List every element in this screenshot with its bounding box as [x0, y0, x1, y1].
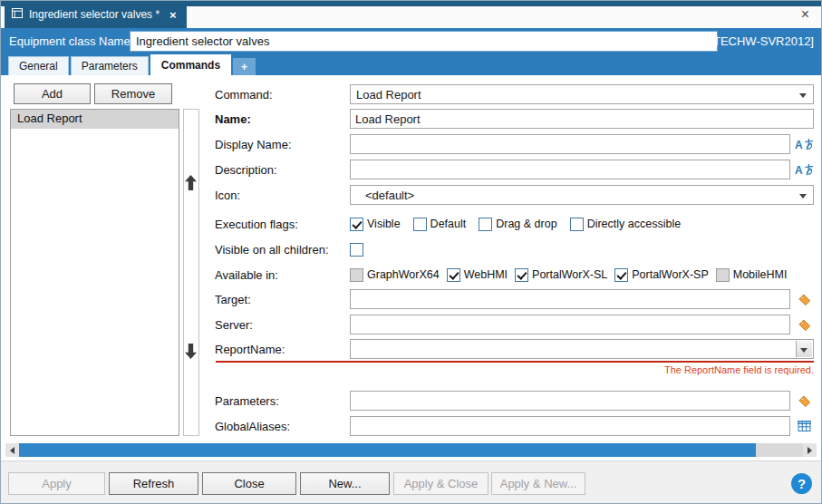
checkbox-webhmi[interactable]: WebHMI — [447, 268, 508, 282]
checkbox-portalworx-sp[interactable]: PortalWorX-SP — [614, 268, 709, 282]
server-row: Server: — [215, 315, 814, 334]
equipment-class-name-label: Equipment class Name: — [9, 34, 133, 48]
list-item[interactable]: Load Report — [11, 110, 179, 129]
target-input[interactable] — [350, 289, 790, 309]
scroll-right-icon[interactable] — [803, 443, 817, 457]
footer-bar: Apply Refresh Close New... Apply & Close… — [1, 460, 821, 504]
tab-close-icon[interactable]: × — [169, 8, 177, 22]
icon-value: <default> — [365, 189, 414, 202]
server-name-badge: [TECHW-SVR2012] — [710, 34, 814, 48]
checkbox-default[interactable]: Default — [413, 218, 467, 231]
checkbox-label: GraphWorX64 — [367, 268, 440, 281]
execution-flags-row: Execution flags: Visible Default Drag & … — [215, 214, 814, 234]
reorder-strip — [183, 109, 199, 436]
move-up-icon[interactable] — [185, 175, 197, 194]
parameters-input[interactable] — [350, 391, 790, 411]
available-in-label: Available in: — [215, 268, 350, 282]
tab-general[interactable]: General — [8, 56, 69, 75]
icon-combobox[interactable]: <default> — [350, 185, 814, 205]
report-name-combobox[interactable] — [350, 339, 814, 359]
checkbox-label: PortalWorX-SL — [532, 268, 607, 281]
move-down-icon[interactable] — [185, 344, 197, 363]
name-label: Name: — [215, 112, 350, 126]
server-input[interactable] — [350, 315, 790, 334]
report-name-row: ReportName: — [215, 339, 814, 359]
document-icon — [12, 8, 23, 21]
command-combobox[interactable]: Load Report — [350, 84, 814, 104]
report-name-dropdown-button[interactable] — [796, 341, 812, 357]
chevron-down-icon — [799, 93, 807, 98]
command-row: Command: Load Report — [215, 84, 814, 104]
available-in-row: Available in: GraphWorX64 WebHMI PortalW… — [215, 265, 814, 285]
aliases-grid-icon[interactable] — [794, 418, 814, 434]
display-name-row: Display Name: A — [215, 134, 814, 154]
chevron-down-icon — [800, 348, 807, 353]
icon-label: Icon: — [215, 189, 350, 202]
add-button[interactable]: Add — [14, 83, 91, 104]
tab-strip: General Parameters Commands + — [1, 54, 821, 75]
window-close-icon[interactable]: × — [801, 7, 809, 22]
localization-icon[interactable]: A — [794, 161, 814, 178]
parameters-label: Parameters: — [215, 394, 350, 408]
scroll-left-icon[interactable] — [5, 443, 19, 457]
checkbox-label: PortalWorX-SP — [632, 268, 709, 281]
checkbox-label: MobileHMI — [733, 268, 788, 281]
command-label: Command: — [215, 88, 350, 102]
checkbox-label: Directly accessible — [587, 218, 682, 230]
server-label: Server: — [215, 318, 350, 332]
checkbox-graphworx64[interactable]: GraphWorX64 — [350, 268, 440, 282]
close-button[interactable]: Close — [202, 472, 296, 495]
refresh-button[interactable]: Refresh — [109, 472, 198, 495]
remove-button[interactable]: Remove — [94, 83, 172, 104]
checkbox-label: Drag & drop — [496, 218, 556, 230]
apply-and-close-button[interactable]: Apply & Close — [393, 472, 488, 495]
tab-parameters[interactable]: Parameters — [71, 56, 149, 75]
data-tag-icon[interactable] — [794, 393, 814, 409]
help-button[interactable]: ? — [791, 473, 812, 494]
global-aliases-input[interactable] — [350, 416, 790, 436]
checkbox-directly-accessible[interactable]: Directly accessible — [570, 218, 682, 231]
display-name-input[interactable] — [350, 134, 790, 154]
tab-add-new[interactable]: + — [233, 58, 256, 75]
checkbox-mobilehmi[interactable]: MobileHMI — [716, 268, 788, 282]
name-input[interactable] — [350, 109, 814, 129]
data-tag-icon[interactable] — [794, 291, 814, 307]
tab-commands[interactable]: Commands — [150, 54, 231, 75]
checkbox-drag-drop[interactable]: Drag & drop — [479, 218, 556, 231]
data-tag-icon[interactable] — [794, 316, 814, 333]
document-tab-title: Ingredient selector valves * — [29, 8, 160, 21]
icon-row: Icon: <default> — [215, 185, 814, 205]
titlebar: Ingredient selector valves * × × — [1, 1, 821, 28]
checkbox-label: Default — [430, 218, 467, 230]
checkbox-visible[interactable]: Visible — [350, 218, 401, 231]
checkbox-box — [716, 268, 730, 282]
checkbox-label: Visible — [367, 218, 401, 230]
checkbox-box — [350, 218, 363, 231]
checkbox-visible-on-all-children[interactable] — [350, 243, 363, 257]
svg-text:A: A — [795, 164, 803, 177]
checkbox-portalworx-sl[interactable]: PortalWorX-SL — [515, 268, 607, 282]
validation-underline — [216, 361, 814, 363]
horizontal-scrollbar[interactable] — [5, 443, 817, 457]
svg-text:A: A — [795, 139, 803, 151]
scrollbar-track[interactable] — [19, 443, 803, 457]
description-row: Description: A — [215, 160, 814, 179]
checkbox-box — [479, 218, 492, 231]
scrollbar-thumb[interactable] — [19, 443, 756, 457]
checkbox-box — [413, 218, 427, 231]
commands-list[interactable]: Load Report — [10, 109, 179, 436]
document-tab[interactable]: Ingredient selector valves * × — [5, 1, 187, 28]
apply-and-new-button[interactable]: Apply & New... — [491, 472, 585, 495]
visible-on-all-children-label: Visible on all children: — [215, 243, 350, 257]
localization-icon[interactable]: A — [794, 136, 814, 152]
equipment-class-name-input[interactable] — [130, 31, 718, 52]
command-value: Load Report — [356, 88, 421, 102]
checkbox-box — [350, 268, 363, 282]
target-label: Target: — [215, 293, 350, 306]
global-aliases-row: GlobalAliases: — [215, 416, 814, 436]
new-button[interactable]: New... — [300, 472, 390, 495]
checkbox-box — [614, 268, 628, 282]
checkbox-label: WebHMI — [464, 268, 508, 281]
description-input[interactable] — [350, 160, 790, 179]
apply-button[interactable]: Apply — [8, 472, 105, 495]
